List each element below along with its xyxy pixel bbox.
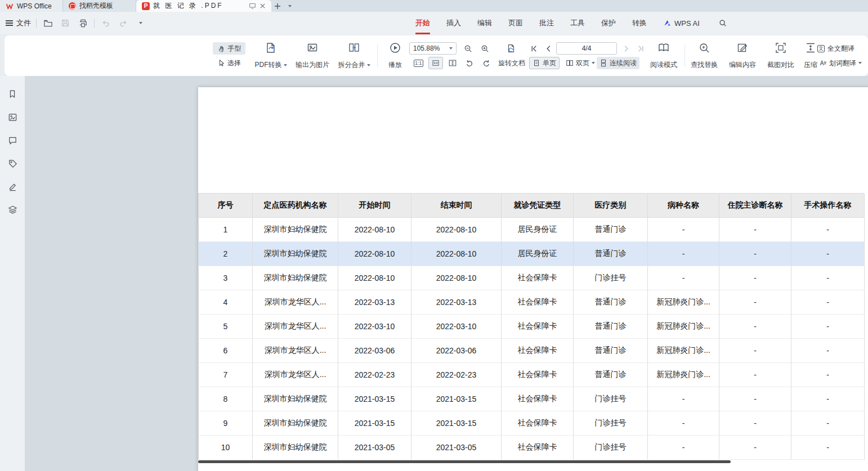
tab-list-button[interactable] [284,0,296,12]
tag-icon [8,159,17,168]
open-folder-button[interactable] [42,17,54,29]
comments-panel-button[interactable] [7,134,18,146]
hand-tool-button[interactable]: 手型 [213,42,245,55]
table-cell: 社会保障卡 [502,315,574,339]
table-cell: 深圳市龙华区人... [253,363,338,387]
medical-records-table: 序号定点医药机构名称开始时间结束时间就诊凭证类型医疗类别病种名称住院主诊断名称手… [198,193,864,460]
single-page-button[interactable]: 单页 [529,57,560,69]
table-row[interactable]: 3深圳市妇幼保健院2022-08-102022-08-10社会保障卡门诊挂号--… [199,266,864,290]
redo-button[interactable] [117,17,129,29]
table-cell: 新冠肺炎门诊... [648,290,719,315]
new-tab-button[interactable] [271,0,284,12]
tab-wps-home[interactable]: WPS Office [0,0,63,12]
ribbon-tab-comment[interactable]: 批注 [539,12,554,34]
word-translate-button[interactable]: 划词翻译 [816,57,865,69]
export-image-button[interactable]: 输出为图片 [293,41,332,71]
tab-docer-templates[interactable]: 找稻壳模板 [63,0,136,12]
wps-ai-icon [663,19,672,27]
undo-history-button[interactable] [135,17,147,29]
continuous-reading-button[interactable]: 连续阅读 [597,57,639,69]
page-snapshot-button[interactable] [503,42,519,55]
tags-panel-button[interactable] [7,158,18,169]
table-cell: 社会保障卡 [502,339,574,363]
table-row[interactable]: 1深圳市妇幼保健院2022-08-102022-08-10居民身份证普通门诊--… [199,218,864,242]
ribbon-tab-edit[interactable]: 编辑 [477,12,492,34]
rotate-document-button[interactable]: 旋转文档 [495,57,528,69]
table-row[interactable]: 2深圳市妇幼保健院2022-08-102022-08-10居民身份证普通门诊--… [199,242,864,266]
print-button[interactable] [77,17,89,29]
page-number-input[interactable]: 4/4 [556,42,617,55]
save-button[interactable] [59,17,71,29]
next-page-button[interactable] [619,42,633,55]
tab-label: 找稻壳模板 [79,1,113,11]
table-cell: 深圳市龙华区人... [253,290,338,315]
prev-page-button[interactable] [542,42,555,55]
word-translate-icon [819,59,827,67]
play-button[interactable]: 播放 [383,41,408,71]
rotate-right-button[interactable] [479,57,494,69]
table-cell: 2021-03-05 [411,436,502,460]
undo-button[interactable] [100,17,112,29]
table-cell: 社会保障卡 [502,436,574,460]
search-button[interactable] [718,12,727,34]
split-merge-button[interactable]: 拆分合并 [335,41,373,71]
table-cell: 2022-03-13 [338,290,411,315]
ribbon-tab-protect[interactable]: 保护 [601,12,616,34]
close-icon[interactable] [259,3,266,9]
table-row[interactable]: 10深圳市妇幼保健院2021-03-052021-03-05社会保障卡门诊挂号-… [199,436,864,460]
edit-content-button[interactable]: 编辑内容 [725,41,760,71]
screenshot-compare-button[interactable]: 截图对比 [763,41,798,71]
export-image-label: 输出为图片 [296,60,329,70]
thumbnails-panel-button[interactable] [7,111,18,123]
table-header-cell: 医疗类别 [574,194,648,218]
table-cell: - [791,387,865,411]
table-cell: - [719,290,791,315]
table-cell: - [791,411,865,436]
table-cell: 2022-02-23 [411,363,502,387]
zoom-select[interactable]: 105.88% [409,42,457,55]
zoom-in-button[interactable] [477,42,492,55]
split-merge-icon [348,42,360,54]
full-text-translate-button[interactable]: 文 全文翻译 [817,42,867,55]
pdf-viewer[interactable]: 序号定点医药机构名称开始时间结束时间就诊凭证类型医疗类别病种名称住院主诊断名称手… [25,76,868,471]
find-replace-button[interactable]: 查找替换 [687,41,722,71]
prev-page-icon [544,44,553,53]
table-row[interactable]: 5深圳市龙华区人...2022-03-102022-03-10社会保障卡普通门诊… [199,315,864,339]
double-page-button[interactable]: 双页 [563,57,598,69]
table-cell: 2022-03-13 [411,290,502,315]
layers-panel-button[interactable] [7,204,18,215]
table-cell: 深圳市妇幼保健院 [253,218,338,242]
chevron-down-icon [284,64,287,66]
rotate-left-button[interactable] [462,57,477,69]
select-tool-button[interactable]: 选择 [213,57,245,69]
ribbon-tab-insert[interactable]: 插入 [446,12,461,34]
actual-size-button[interactable]: 1:1 [412,57,425,69]
table-row[interactable]: 7深圳市龙华区人...2022-02-232022-02-23社会保障卡普通门诊… [199,363,864,387]
ribbon-tab-tools[interactable]: 工具 [570,12,585,34]
table-header-cell: 住院主诊断名称 [719,194,791,218]
table-row[interactable]: 4深圳市龙华区人...2022-03-132022-03-13社会保障卡普通门诊… [199,290,864,315]
pdf-convert-button[interactable]: PDF转换 [252,41,289,71]
table-row[interactable]: 8深圳市妇幼保健院2021-03-152021-03-15社会保障卡门诊挂号--… [199,387,864,411]
fit-page-button[interactable] [445,57,460,69]
bookmarks-panel-button[interactable] [7,88,18,100]
ribbon-tab-page[interactable]: 页面 [508,12,523,34]
tab-document-active[interactable]: P 就 医 记 录 .PDF [136,0,271,12]
annotation-panel-button[interactable] [7,181,18,192]
monitor-icon[interactable] [249,2,256,10]
table-row[interactable]: 9深圳市妇幼保健院2021-03-152021-03-15社会保障卡门诊挂号--… [199,411,864,436]
last-page-button[interactable] [634,42,647,55]
ribbon-tabs: 开始 插入 编辑 页面 批注 工具 保护 转换 WPS AI [415,12,727,34]
fit-width-button[interactable] [428,57,443,69]
wps-ai-button[interactable]: WPS AI [663,12,700,34]
ribbon-tab-convert[interactable]: 转换 [632,12,647,34]
ribbon-tab-home[interactable]: 开始 [415,12,430,34]
table-cell: 深圳市龙华区人... [253,315,338,339]
table-cell: 2022-03-06 [411,339,502,363]
file-menu-button[interactable]: 文件 [6,18,31,28]
first-page-button[interactable] [527,42,540,55]
zoom-out-button[interactable] [460,42,475,55]
table-row[interactable]: 6深圳市龙华区人...2022-03-062022-03-06社会保障卡普通门诊… [199,339,864,363]
reading-mode-button[interactable]: 阅读模式 [646,41,681,71]
horizontal-scrollbar[interactable] [198,460,731,463]
